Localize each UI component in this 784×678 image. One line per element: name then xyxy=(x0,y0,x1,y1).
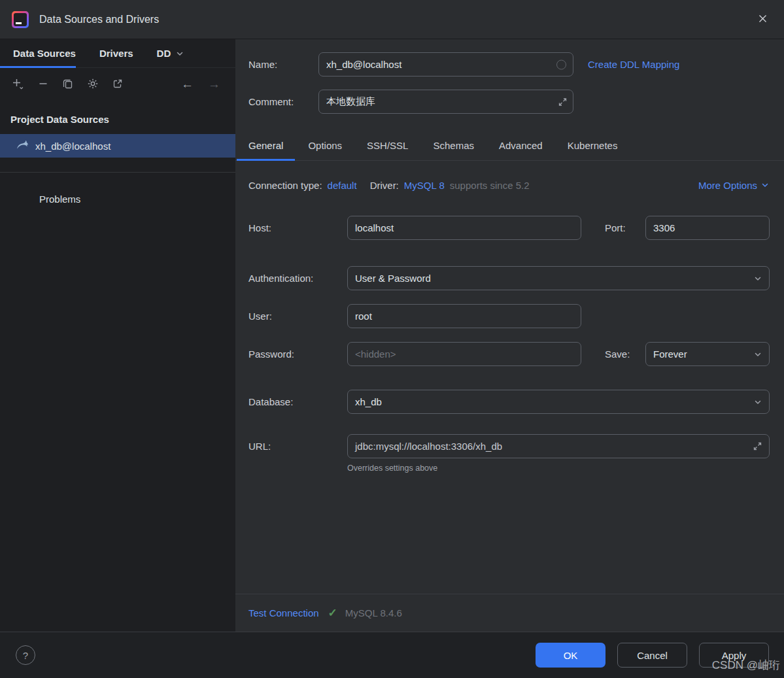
footer-buttons: OK Cancel Apply xyxy=(536,643,769,668)
save-value: Forever xyxy=(653,348,687,360)
tab-general[interactable]: General xyxy=(237,131,295,160)
driver-note: supports since 5.2 xyxy=(450,180,530,191)
titlebar: Data Sources and Drivers xyxy=(0,0,784,39)
user-label: User: xyxy=(248,311,347,322)
sidebar-item-problems[interactable]: Problems xyxy=(0,194,235,205)
cancel-button[interactable]: Cancel xyxy=(617,643,687,668)
password-input[interactable] xyxy=(347,342,581,366)
sidebar: Data Sources Drivers DD xyxy=(0,39,235,632)
datasource-tree-item[interactable]: xh_db@localhost xyxy=(0,134,235,158)
url-value: jdbc:mysql://localhost:3306/xh_db xyxy=(355,441,502,452)
dialog-footer: ? OK Cancel Apply xyxy=(0,632,784,678)
comment-label: Comment: xyxy=(248,96,318,107)
tab-ssh-ssl[interactable]: SSH/SSL xyxy=(355,131,420,160)
apply-button[interactable]: Apply xyxy=(699,643,769,668)
data-sources-dialog: Data Sources and Drivers Data Sources Dr… xyxy=(0,0,784,678)
name-field xyxy=(318,52,573,76)
chevron-down-icon xyxy=(753,398,762,407)
url-row: URL: jdbc:mysql://localhost:3306/xh_db xyxy=(248,434,770,458)
create-ddl-mapping-link[interactable]: Create DDL Mapping xyxy=(588,59,679,70)
url-input[interactable]: jdbc:mysql://localhost:3306/xh_db xyxy=(347,434,770,458)
chevron-down-icon xyxy=(175,49,184,58)
host-label: Host: xyxy=(248,222,347,233)
back-arrow-icon[interactable]: ← xyxy=(181,78,194,90)
main-panel: Name: Create DDL Mapping Comment: xyxy=(235,39,784,632)
save-select[interactable]: Forever xyxy=(645,342,770,366)
chevron-down-icon xyxy=(753,350,762,359)
settings-tabs: General Options SSH/SSL Schemas Advanced… xyxy=(235,131,784,161)
chevron-down-icon xyxy=(760,180,770,190)
test-connection-link[interactable]: Test Connection xyxy=(248,607,319,619)
datasource-label: xh_db@localhost xyxy=(35,141,111,152)
tab-drivers-label: Drivers xyxy=(99,48,133,59)
name-input[interactable] xyxy=(318,52,573,76)
forward-arrow-icon[interactable]: → xyxy=(208,78,220,90)
chevron-down-icon xyxy=(753,274,762,283)
tab-advanced[interactable]: Advanced xyxy=(487,131,554,160)
sidebar-tabs: Data Sources Drivers DD xyxy=(0,39,235,68)
url-label: URL: xyxy=(248,441,347,452)
name-label: Name: xyxy=(248,59,318,70)
close-button[interactable] xyxy=(755,10,771,29)
test-connection-row: Test Connection ✓ MySQL 8.4.6 xyxy=(235,594,784,632)
connection-type-label: Connection type: xyxy=(248,180,322,191)
duplicate-icon[interactable] xyxy=(62,78,74,90)
app-icon xyxy=(12,11,29,28)
tab-schemas[interactable]: Schemas xyxy=(421,131,486,160)
save-label: Save: xyxy=(605,348,645,360)
port-input[interactable] xyxy=(645,216,770,240)
authentication-label: Authentication: xyxy=(248,273,347,284)
app-icon-glyph xyxy=(14,13,27,26)
user-row: User: xyxy=(248,304,770,328)
page-title: Data Sources and Drivers xyxy=(39,14,159,25)
success-check-icon: ✓ xyxy=(328,606,337,620)
tab-data-sources-label: Data Sources xyxy=(13,48,76,59)
mysql-icon xyxy=(16,139,29,152)
driver-version: MySQL 8.4.6 xyxy=(345,607,402,619)
tab-options[interactable]: Options xyxy=(296,131,354,160)
comment-input[interactable] xyxy=(318,90,573,114)
authentication-value: User & Password xyxy=(355,273,431,284)
database-value: xh_db xyxy=(355,396,382,407)
expand-icon[interactable] xyxy=(753,441,762,451)
sidebar-divider xyxy=(0,172,235,173)
password-label: Password: xyxy=(248,348,347,360)
expand-icon[interactable] xyxy=(558,97,568,107)
authentication-row: Authentication: User & Password xyxy=(248,266,770,290)
tab-ddl[interactable]: DD xyxy=(157,39,185,67)
add-icon[interactable] xyxy=(11,77,24,90)
driver-link[interactable]: MySQL 8 xyxy=(404,180,445,191)
dialog-body: Data Sources Drivers DD xyxy=(0,39,784,632)
sidebar-toolbar: ← → xyxy=(0,69,235,98)
port-label: Port: xyxy=(605,222,645,233)
user-input[interactable] xyxy=(347,304,581,328)
url-hint: Overrides settings above xyxy=(347,464,770,473)
tab-drivers[interactable]: Drivers xyxy=(99,39,133,67)
ok-button[interactable]: OK xyxy=(536,643,605,668)
open-in-window-icon[interactable] xyxy=(112,78,124,90)
authentication-select[interactable]: User & Password xyxy=(347,266,770,290)
more-options-label: More Options xyxy=(698,180,757,191)
status-circle-icon xyxy=(556,59,566,69)
help-icon[interactable]: ? xyxy=(16,645,35,665)
datasource-header: Name: Create DDL Mapping Comment: xyxy=(235,39,784,114)
tab-kubernetes[interactable]: Kubernetes xyxy=(556,131,630,160)
tab-data-sources[interactable]: Data Sources xyxy=(0,39,76,67)
settings-gear-icon[interactable] xyxy=(87,78,99,90)
general-tab-content: Connection type: default Driver: MySQL 8… xyxy=(235,161,784,594)
remove-icon[interactable] xyxy=(37,78,49,90)
comment-field xyxy=(318,90,573,114)
password-row: Password: Save: Forever xyxy=(248,342,770,366)
more-options-link[interactable]: More Options xyxy=(698,180,770,191)
database-label: Database: xyxy=(248,396,347,407)
history-nav: ← → xyxy=(181,78,220,90)
close-icon xyxy=(757,13,768,26)
driver-label: Driver: xyxy=(370,180,399,191)
connection-type-link[interactable]: default xyxy=(328,180,357,191)
host-input[interactable] xyxy=(347,216,581,240)
connection-info-row: Connection type: default Driver: MySQL 8… xyxy=(248,178,770,192)
tab-ddl-label: DD xyxy=(157,48,171,59)
database-row: Database: xh_db xyxy=(248,390,770,414)
database-select[interactable]: xh_db xyxy=(347,390,770,414)
section-title-project-data-sources: Project Data Sources xyxy=(0,98,235,134)
